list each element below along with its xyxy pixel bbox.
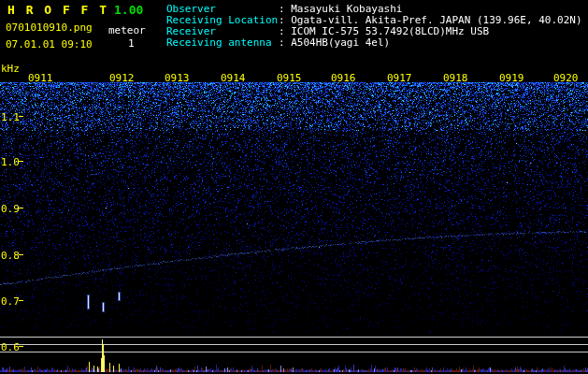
time-tick-label-0911: 0911	[28, 72, 53, 84]
khz-axis-label: kHz	[1, 63, 20, 75]
freq-tick-mark	[19, 208, 23, 209]
station-info: Observer: Masayuki Kobayashi Receiving L…	[166, 4, 582, 49]
freq-tick-mark	[19, 161, 23, 162]
output-filename: 0701010910.png	[6, 22, 93, 34]
app-version: 1.00	[114, 3, 143, 17]
freq-tick-mark	[19, 300, 23, 301]
info-label: Receiving antenna	[166, 37, 279, 49]
time-tick-label-0918: 0918	[443, 72, 468, 84]
time-tick-label-0915: 0915	[277, 72, 302, 84]
time-tick-label-0914: 0914	[221, 72, 246, 84]
freq-tick-label-1p0: 1.0	[1, 156, 20, 168]
freq-tick-mark	[19, 116, 23, 117]
app-title: H R O F F T	[7, 3, 108, 17]
meteor-count: 1	[128, 37, 135, 50]
mode-label: meteor	[108, 24, 146, 36]
hrofft-screen: H R O F F T 1.00 0701010910.png meteor 1…	[0, 0, 588, 374]
time-tick-label-0916: 0916	[331, 72, 356, 84]
spectrogram-canvas	[0, 0, 588, 374]
freq-tick-label-0p7: 0.7	[1, 295, 20, 308]
freq-tick-mark	[19, 254, 23, 255]
time-tick-label-0920: 0920	[553, 72, 579, 84]
freq-tick-label-1p1: 1.1	[1, 111, 20, 123]
freq-tick-mark	[19, 346, 23, 347]
info-value: : A504HB(yagi 4el)	[279, 36, 390, 49]
time-tick-label-0917: 0917	[387, 72, 412, 84]
freq-tick-label-0p9: 0.9	[1, 203, 20, 215]
info-row-antenna: Receiving antenna: A504HB(yagi 4el)	[166, 37, 582, 49]
time-tick-label-0913: 0913	[165, 72, 190, 84]
freq-tick-label-0p8: 0.8	[1, 250, 20, 262]
time-tick-label-0919: 0919	[499, 72, 524, 84]
freq-tick-label-0p6: 0.6	[1, 341, 20, 353]
observation-datetime: 07.01.01 09:10	[6, 38, 93, 50]
time-tick-label-0912: 0912	[109, 72, 135, 84]
